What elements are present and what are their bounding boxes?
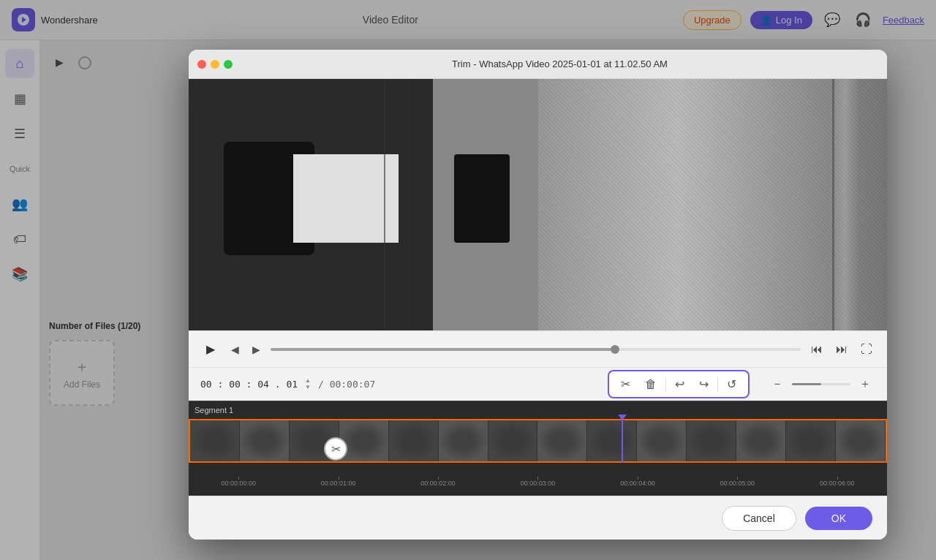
video-crack-line (384, 79, 385, 330)
video-right-area (538, 79, 888, 330)
window-controls (197, 60, 233, 69)
scissors-circle: ✂ (324, 437, 347, 461)
play-button[interactable]: ▶ (200, 339, 221, 360)
scissors-overlay-icon: ✂ (324, 437, 347, 461)
ruler-mark-6: 00:00:06:00 (788, 480, 887, 487)
edit-tools-group: ✂ 🗑 ↩ ↪ ↺ (608, 370, 750, 398)
video-white-area (293, 154, 398, 242)
timeline-frame-11 (687, 420, 736, 461)
controls-bar: 00 : 00 : 04 . 01 ▲ ▼ / 00:00:07 ✂ 🗑 ↩ ↪… (189, 367, 887, 401)
video-center-object (454, 154, 510, 242)
video-scene (189, 79, 887, 330)
video-preview (189, 79, 887, 330)
ruler-mark-2: 00:00:02:00 (388, 480, 488, 487)
timeline-frame-8 (537, 420, 587, 461)
timeline-frame-1 (190, 420, 240, 461)
timeline-frame-6 (439, 420, 488, 461)
zoom-out-button[interactable]: － (767, 375, 788, 393)
modal-titlebar: Trim - WhatsApp Video 2025-01-01 at 11.0… (189, 50, 887, 79)
timeline-frame-5 (389, 420, 439, 461)
tool-divider (665, 377, 666, 392)
modal-footer: Cancel OK (189, 496, 887, 540)
time-total: / 00:00:07 (318, 379, 375, 390)
timeline-frame-9 (587, 420, 637, 461)
refresh-tool-button[interactable]: ↺ (721, 374, 742, 394)
undo-tool-button[interactable]: ↩ (669, 374, 690, 394)
close-window-button[interactable] (197, 60, 206, 69)
time-stepper[interactable]: ▲ ▼ (303, 378, 312, 390)
timeline-ruler: 00:00:00:00 00:00:01:00 00:00:02:00 00:0… (189, 475, 887, 496)
skip-to-start-button[interactable]: ⏮ (808, 340, 826, 359)
minimize-window-button[interactable] (211, 60, 219, 69)
ruler-mark-3: 00:00:03:00 (488, 480, 587, 487)
timeline-frame-13 (786, 420, 836, 461)
zoom-in-button[interactable]: ＋ (855, 375, 875, 393)
playback-bar: ▶ ◀ ▶ ⏮ ⏭ ⛶ (189, 330, 887, 367)
time-display: 00 : 00 : 04 . 01 ▲ ▼ / 00:00:07 (200, 378, 375, 390)
ruler-mark-1: 00:00:01:00 (288, 480, 388, 487)
timeline-frame-10 (637, 420, 687, 461)
timeline-frame-12 (736, 420, 786, 461)
cancel-button[interactable]: Cancel (722, 506, 796, 531)
time-current: 00 : 00 : 04 . 01 (200, 379, 298, 390)
fullscreen-button[interactable]: ⛶ (858, 340, 875, 359)
timeline-frame-7 (488, 420, 538, 461)
delete-tool-button[interactable]: 🗑 (639, 375, 663, 394)
trim-modal: Trim - WhatsApp Video 2025-01-01 at 11.0… (189, 50, 887, 540)
ruler-mark-4: 00:00:04:00 (588, 480, 687, 487)
zoom-track[interactable] (792, 383, 850, 385)
progress-track[interactable] (271, 348, 801, 351)
timeline-strip[interactable] (189, 419, 887, 463)
timeline-frame-2 (240, 420, 290, 461)
tool-divider-2 (717, 377, 718, 392)
ruler-mark-5: 00:00:05:00 (687, 480, 787, 487)
scissors-tool-button[interactable]: ✂ (615, 374, 636, 394)
segment-label: Segment 1 (195, 406, 233, 415)
progress-fill (271, 348, 615, 351)
time-increment-button[interactable]: ▲ (303, 378, 312, 384)
video-crack-line-2 (412, 79, 413, 330)
skip-to-end-button[interactable]: ⏭ (833, 340, 850, 359)
prev-frame-button[interactable]: ◀ (228, 341, 242, 358)
time-decrement-button[interactable]: ▼ (303, 385, 312, 390)
timeline-frame-14 (836, 420, 886, 461)
zoom-controls: － ＋ (767, 375, 875, 393)
redo-tool-button[interactable]: ↪ (693, 374, 714, 394)
modal-title: Trim - WhatsApp Video 2025-01-01 at 11.0… (241, 58, 878, 69)
ok-button[interactable]: OK (805, 507, 872, 530)
progress-thumb (611, 345, 619, 354)
timeline-playhead[interactable] (622, 419, 623, 463)
timeline-area: Segment 1 ✂ 00:00:00:00 00:00:01:00 (189, 401, 887, 496)
maximize-window-button[interactable] (224, 60, 233, 69)
next-frame-button[interactable]: ▶ (249, 341, 263, 358)
zoom-fill (792, 383, 821, 385)
ruler-mark-0: 00:00:00:00 (189, 480, 288, 487)
